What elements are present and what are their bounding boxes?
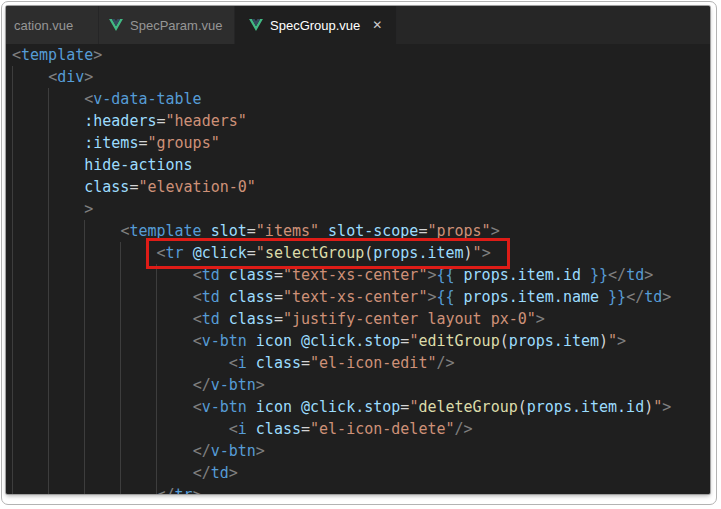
code-line[interactable]: class="elevation-0" — [12, 176, 671, 198]
code-line[interactable]: <v-btn icon @click.stop="editGroup(props… — [12, 330, 671, 352]
code-line[interactable]: > — [12, 198, 671, 220]
code-line[interactable]: :headers="headers" — [12, 110, 671, 132]
code-line[interactable]: </tr> — [12, 484, 671, 494]
code-line[interactable]: <template slot="items" slot-scope="props… — [12, 220, 671, 242]
indent-guide — [156, 264, 157, 494]
tab-label: SpecParam.vue — [130, 18, 223, 33]
tab-specgroup-vue[interactable]: SpecGroup.vue ✕ — [235, 6, 397, 44]
tab-label: SpecGroup.vue — [270, 18, 360, 33]
code-editor[interactable]: <template> <div> <v-data-table :headers=… — [6, 44, 710, 494]
code-line[interactable]: </td> — [12, 462, 671, 484]
tab-specparam-vue[interactable]: SpecParam.vue — [99, 6, 235, 44]
code-line[interactable]: <v-btn icon @click.stop="deleteGroup(pro… — [12, 396, 671, 418]
code-line[interactable]: </v-btn> — [12, 440, 671, 462]
code-line[interactable]: <div> — [12, 66, 671, 88]
code-line[interactable]: <i class="el-icon-edit"/> — [12, 352, 671, 374]
code-area: <template> <div> <v-data-table :headers=… — [12, 44, 671, 494]
code-line[interactable]: <v-data-table — [12, 88, 671, 110]
tab-cation-vue[interactable]: cation.vue — [6, 6, 99, 44]
close-icon[interactable]: ✕ — [370, 18, 384, 32]
tab-label: cation.vue — [14, 18, 73, 33]
editor-window: cation.vue SpecParam.vue — [6, 6, 710, 494]
screenshot-frame: cation.vue SpecParam.vue — [1, 1, 717, 505]
indent-guide — [84, 220, 85, 494]
vue-logo-icon — [109, 19, 123, 34]
indent-guide — [48, 88, 49, 494]
indent-guide — [12, 66, 13, 494]
code-line[interactable]: <template> — [12, 44, 671, 66]
code-line[interactable]: </v-btn> — [12, 374, 671, 396]
code-line[interactable]: :items="groups" — [12, 132, 671, 154]
code-line[interactable]: <td class="text-xs-center">{{ props.item… — [12, 286, 671, 308]
code-line[interactable]: <i class="el-icon-delete"/> — [12, 418, 671, 440]
vue-logo-icon — [249, 19, 263, 34]
code-line[interactable]: <td class="text-xs-center">{{ props.item… — [12, 264, 671, 286]
indent-guide — [120, 242, 121, 494]
code-line[interactable]: <tr @click="selectGroup(props.item)"> — [12, 242, 671, 264]
tab-bar: cation.vue SpecParam.vue — [6, 6, 710, 44]
code-line[interactable]: hide-actions — [12, 154, 671, 176]
code-line[interactable]: <td class="justify-center layout px-0"> — [12, 308, 671, 330]
